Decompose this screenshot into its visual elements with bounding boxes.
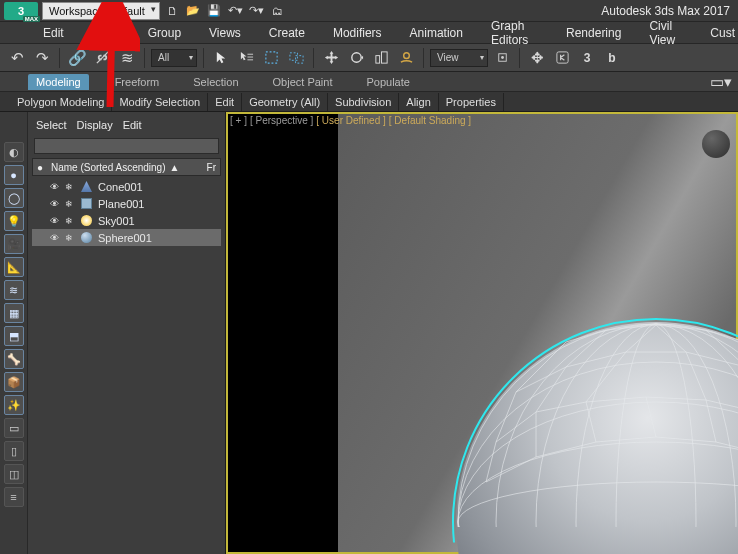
tab-selection[interactable]: Selection xyxy=(185,74,246,90)
toolbar-separator xyxy=(203,48,204,68)
tab-freeform[interactable]: Freeform xyxy=(107,74,168,90)
se-menu-display[interactable]: Display xyxy=(77,119,113,131)
viewcube-icon[interactable] xyxy=(702,130,730,158)
redo-dropdown-icon[interactable]: ↷▾ xyxy=(247,2,265,20)
menu-create[interactable]: Create xyxy=(266,26,308,40)
menu-customize[interactable]: Cust xyxy=(707,26,738,40)
display-bone-icon[interactable]: 🦴 xyxy=(4,349,24,369)
display-helpers-icon[interactable]: 📐 xyxy=(4,257,24,277)
display-container-icon[interactable]: 📦 xyxy=(4,372,24,392)
app-logo-icon[interactable]: 3MAX xyxy=(4,2,38,20)
open-file-icon[interactable]: 📂 xyxy=(184,2,202,20)
select-scale-button[interactable] xyxy=(370,47,392,69)
panel-edit[interactable]: Edit xyxy=(208,93,242,111)
project-folder-icon[interactable]: 🗂 xyxy=(268,2,286,20)
freeze-toggle-icon[interactable]: ❄ xyxy=(63,198,75,210)
display-xrefs-icon[interactable]: ⬒ xyxy=(4,326,24,346)
menu-animation[interactable]: Animation xyxy=(407,26,466,40)
keyboard-shortcut-button[interactable] xyxy=(551,47,573,69)
tab-object-paint[interactable]: Object Paint xyxy=(265,74,341,90)
display-none-icon[interactable]: ◐ xyxy=(4,142,24,162)
tree-row-plane[interactable]: 👁 ❄ Plane001 xyxy=(32,195,221,212)
undo-dropdown-icon[interactable]: ↶▾ xyxy=(226,2,244,20)
tab-populate[interactable]: Populate xyxy=(358,74,417,90)
panel-geometry-all[interactable]: Geometry (All) xyxy=(242,93,328,111)
snaps-toggle-button[interactable]: 3 xyxy=(576,47,598,69)
menu-group[interactable]: Group xyxy=(145,26,184,40)
display-lights-icon[interactable]: 💡 xyxy=(4,211,24,231)
window-crossing-button[interactable] xyxy=(285,47,307,69)
vp-general-menu[interactable]: [ + ] xyxy=(230,115,247,126)
selection-filter-dropdown[interactable]: All xyxy=(151,49,197,67)
menu-graph-editors[interactable]: Graph Editors xyxy=(488,19,541,47)
viewport-label[interactable]: [ + ] [ Perspective ] [ User Defined ] [… xyxy=(230,115,471,126)
vp-userdef-menu[interactable]: [ User Defined ] xyxy=(316,115,385,126)
menu-civil-view[interactable]: Civil View xyxy=(646,19,685,47)
menu-views[interactable]: Views xyxy=(206,26,244,40)
panel-align[interactable]: Align xyxy=(399,93,438,111)
visibility-toggle-icon[interactable]: 👁 xyxy=(48,215,60,227)
display-cameras-icon[interactable]: 🎥 xyxy=(4,234,24,254)
display-groups-icon[interactable]: ▦ xyxy=(4,303,24,323)
menu-rendering[interactable]: Rendering xyxy=(563,26,624,40)
display-pin-icon[interactable]: ≡ xyxy=(4,487,24,507)
scene-search-input[interactable] xyxy=(34,138,219,154)
scene-column-header[interactable]: ● Name (Sorted Ascending) ▲ Fr xyxy=(32,158,221,176)
display-invert-icon[interactable]: ◫ xyxy=(4,464,24,484)
link-button[interactable]: 🔗 xyxy=(66,47,88,69)
unlink-button[interactable] xyxy=(91,47,113,69)
menu-edit[interactable]: Edit xyxy=(40,26,67,40)
vp-shading-menu[interactable]: [ Default Shading ] xyxy=(389,115,471,126)
bind-spacewarp-button[interactable]: ≋ xyxy=(116,47,138,69)
select-object-button[interactable] xyxy=(210,47,232,69)
display-shapes-icon[interactable]: ◯ xyxy=(4,188,24,208)
freeze-toggle-icon[interactable]: ❄ xyxy=(63,215,75,227)
ref-coord-dropdown[interactable]: View xyxy=(430,49,488,67)
menu-modifiers[interactable]: Modifiers xyxy=(330,26,385,40)
panel-polygon-modeling[interactable]: Polygon Modeling xyxy=(10,93,112,111)
tree-row-sky[interactable]: 👁 ❄ Sky001 xyxy=(32,212,221,229)
tree-item-label: Plane001 xyxy=(98,198,145,210)
workspace-label: Workspace: Default xyxy=(49,5,145,17)
svg-rect-4 xyxy=(265,52,276,63)
tree-row-sphere[interactable]: 👁 ❄ Sphere001 xyxy=(32,229,221,246)
rect-select-button[interactable] xyxy=(260,47,282,69)
display-frozen-icon[interactable]: ✨ xyxy=(4,395,24,415)
se-menu-select[interactable]: Select xyxy=(36,119,67,131)
workspace-dropdown[interactable]: Workspace: Default xyxy=(42,2,160,20)
sphere-object[interactable] xyxy=(426,372,738,554)
se-menu-edit[interactable]: Edit xyxy=(123,119,142,131)
vp-pov-menu[interactable]: [ Perspective ] xyxy=(250,115,313,126)
display-hidden-icon[interactable]: ▭ xyxy=(4,418,24,438)
app-title: Autodesk 3ds Max 2017 xyxy=(601,4,738,18)
freeze-toggle-icon[interactable]: ❄ xyxy=(63,181,75,193)
display-spacewarps-icon[interactable]: ≋ xyxy=(4,280,24,300)
panel-subdivision[interactable]: Subdivision xyxy=(328,93,399,111)
visibility-toggle-icon[interactable]: 👁 xyxy=(48,232,60,244)
ribbon-menu-icon[interactable]: ▭▾ xyxy=(712,74,730,90)
select-by-name-button[interactable] xyxy=(235,47,257,69)
visibility-toggle-icon[interactable]: 👁 xyxy=(48,198,60,210)
display-geometry-icon[interactable]: ● xyxy=(4,165,24,185)
save-file-icon[interactable]: 💾 xyxy=(205,2,223,20)
new-file-icon[interactable]: 🗋 xyxy=(163,2,181,20)
use-pivot-center-button[interactable] xyxy=(491,47,513,69)
redo-button[interactable]: ↷ xyxy=(31,47,53,69)
viewport[interactable]: [ + ] [ Perspective ] [ User Defined ] [… xyxy=(226,112,738,554)
display-all-icon[interactable]: ▯ xyxy=(4,441,24,461)
svg-rect-1 xyxy=(247,54,253,55)
tree-row-cone[interactable]: 👁 ❄ Cone001 xyxy=(32,178,221,195)
freeze-toggle-icon[interactable]: ❄ xyxy=(63,232,75,244)
select-place-button[interactable] xyxy=(395,47,417,69)
manipulate-button[interactable]: ✥ xyxy=(526,47,548,69)
svg-rect-8 xyxy=(375,56,379,64)
select-rotate-button[interactable] xyxy=(345,47,367,69)
menu-tools[interactable]: Tools xyxy=(89,26,123,40)
tab-modeling[interactable]: Modeling xyxy=(28,74,89,90)
panel-modify-selection[interactable]: Modify Selection xyxy=(112,93,208,111)
select-move-button[interactable] xyxy=(320,47,342,69)
angle-snap-button[interactable]: b xyxy=(601,47,623,69)
visibility-toggle-icon[interactable]: 👁 xyxy=(48,181,60,193)
undo-button[interactable]: ↶ xyxy=(6,47,28,69)
panel-properties[interactable]: Properties xyxy=(439,93,504,111)
